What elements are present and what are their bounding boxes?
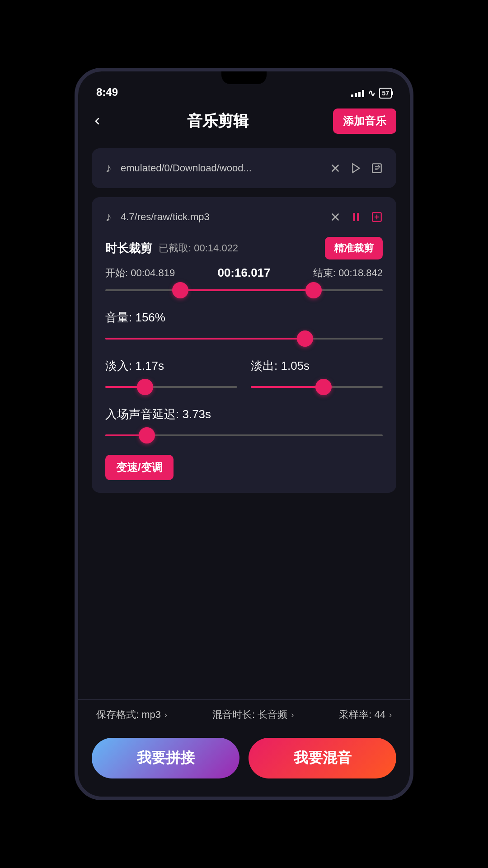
fade-out-thumb[interactable] [315, 379, 332, 395]
track2-export-button[interactable] [371, 211, 383, 223]
trim-center-time: 00:16.017 [217, 266, 270, 280]
volume-thumb[interactable] [297, 330, 313, 347]
volume-slider[interactable] [105, 332, 383, 345]
bottom-bar: 保存格式: mp3 › 混音时长: 长音频 › 采样率: 44 › 我要拼接 我… [78, 699, 410, 797]
battery-icon: 57 [379, 88, 392, 99]
mix-arrow-icon: › [291, 710, 294, 720]
status-time: 8:49 [96, 86, 118, 99]
format-item-sample[interactable]: 采样率: 44 › [339, 708, 392, 722]
volume-label: 音量: 156% [105, 311, 165, 324]
trim-start-thumb[interactable] [172, 282, 188, 298]
fade-out-section: 淡出: 1.05s [251, 358, 383, 394]
sample-label: 采样率: 44 [339, 708, 385, 722]
fade-in-thumb[interactable] [137, 379, 153, 395]
trim-end-label: 结束: 00:18.842 [313, 266, 383, 280]
speed-pitch-button[interactable]: 变速/变调 [105, 455, 174, 480]
status-icons: ∿ 57 [351, 88, 392, 99]
back-button[interactable] [92, 116, 103, 127]
trim-section: 时长裁剪 已截取: 00:14.022 精准裁剪 开始: 00:04.819 0… [105, 237, 383, 297]
delay-slider[interactable] [105, 429, 383, 442]
trim-end-thumb[interactable] [305, 282, 322, 298]
precise-trim-button[interactable]: 精准裁剪 [325, 237, 383, 259]
track2-path: 4.7/res/raw/tick.mp3 [121, 211, 320, 223]
trim-extracted: 已截取: 00:14.022 [159, 241, 238, 255]
format-item-format[interactable]: 保存格式: mp3 › [96, 708, 167, 722]
add-music-button[interactable]: 添加音乐 [333, 108, 396, 134]
music-note2-icon: ♪ [105, 210, 112, 224]
track2-pause-button[interactable] [350, 211, 362, 223]
action-row: 我要拼接 我要混音 [78, 730, 410, 797]
trim-start-label: 开始: 00:04.819 [105, 266, 175, 280]
content-area: ♪ emulated/0/Download/wood... [78, 139, 410, 715]
track2-remove-button[interactable] [329, 211, 341, 223]
volume-section: 音量: 156% [105, 310, 383, 345]
track2-card: ♪ 4.7/res/raw/tick.mp3 [92, 197, 396, 493]
format-item-mix[interactable]: 混音时长: 长音频 › [212, 708, 294, 722]
format-label: 保存格式: mp3 [96, 708, 161, 722]
music-note-icon: ♪ [105, 161, 112, 175]
notch [221, 71, 267, 84]
sample-arrow-icon: › [389, 710, 392, 720]
fade-in-section: 淡入: 1.17s [105, 358, 237, 394]
track1-path: emulated/0/Download/wood... [121, 162, 320, 174]
page-title: 音乐剪辑 [187, 111, 249, 132]
speed-section: 变速/变调 [105, 455, 383, 480]
track1-export-button[interactable] [371, 162, 383, 174]
fade-section: 淡入: 1.17s 淡出: 1.05s [105, 358, 383, 394]
join-button[interactable]: 我要拼接 [92, 738, 239, 778]
delay-thumb[interactable] [139, 427, 155, 443]
format-row: 保存格式: mp3 › 混音时长: 长音频 › 采样率: 44 › [78, 699, 410, 730]
trim-title: 时长裁剪 [105, 241, 152, 256]
fade-in-slider[interactable] [105, 380, 237, 394]
mix-button[interactable]: 我要混音 [249, 738, 396, 778]
header: 音乐剪辑 添加音乐 [78, 103, 410, 139]
signal-icon [351, 89, 364, 97]
fade-in-label: 淡入: 1.17s [105, 358, 237, 374]
wifi-icon: ∿ [368, 88, 375, 99]
svg-rect-2 [357, 213, 359, 221]
track1-card: ♪ emulated/0/Download/wood... [92, 148, 396, 188]
trim-slider[interactable] [105, 283, 383, 297]
delay-section: 入场声音延迟: 3.73s [105, 406, 383, 442]
format-arrow-icon: › [164, 710, 167, 720]
track1-remove-button[interactable] [329, 162, 341, 174]
mix-label: 混音时长: 长音频 [212, 708, 287, 722]
svg-rect-1 [353, 213, 355, 221]
track1-play-button[interactable] [350, 162, 362, 174]
fade-out-label: 淡出: 1.05s [251, 358, 383, 374]
delay-label: 入场声音延迟: 3.73s [105, 407, 211, 421]
fade-out-slider[interactable] [251, 380, 383, 394]
